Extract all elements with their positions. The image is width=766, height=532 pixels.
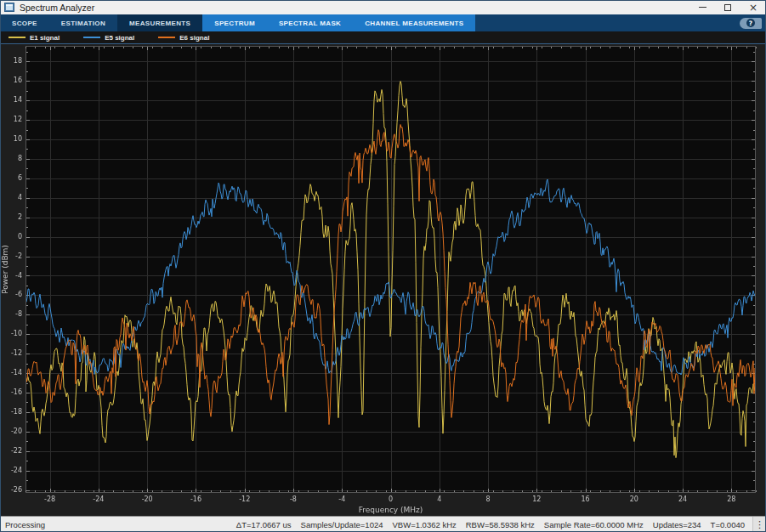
status-vbw: VBW=1.0362 kHz xyxy=(393,520,457,529)
maximize-button[interactable] xyxy=(715,0,740,14)
tab-scope[interactable]: SCOPE xyxy=(0,14,49,31)
legend-item-e1[interactable]: E1 signal xyxy=(9,34,60,42)
legend-item-e6[interactable]: E6 signal xyxy=(158,34,209,42)
close-icon: × xyxy=(749,3,757,13)
window-title: Spectrum Analyzer xyxy=(20,3,94,13)
toolstrip-tab-bar: SCOPE ESTIMATION MEASUREMENTS SPECTRUM S… xyxy=(0,14,766,31)
tab-estimation[interactable]: ESTIMATION xyxy=(49,14,117,31)
minimize-icon xyxy=(699,7,706,8)
tab-channel-measurements[interactable]: CHANNEL MEASUREMENTS xyxy=(353,14,475,31)
status-samples-per-update: Samples/Update=1024 xyxy=(301,520,383,529)
legend-label-e6: E6 signal xyxy=(179,34,209,42)
legend-label-e1: E1 signal xyxy=(30,34,60,42)
status-metrics: ΔT=17.0667 us Samples/Update=1024 VBW=1.… xyxy=(227,517,766,532)
tab-measurements[interactable]: MEASUREMENTS xyxy=(117,14,202,31)
minimize-button[interactable] xyxy=(689,0,715,14)
window-controls: × xyxy=(689,0,766,14)
close-button[interactable]: × xyxy=(740,0,766,14)
maximize-icon xyxy=(724,4,731,11)
spectrum-analyzer-window: Spectrum Analyzer × SCOPE ESTIMATION MEA… xyxy=(0,0,766,532)
help-button[interactable]: ? xyxy=(740,18,762,29)
status-message: Processing xyxy=(5,520,45,529)
legend-swatch-e6 xyxy=(158,37,175,38)
legend-swatch-e1 xyxy=(9,37,26,38)
legend-bar: E1 signal E5 signal E6 signal xyxy=(0,31,766,43)
spectrum-plot[interactable] xyxy=(0,44,766,516)
status-bar: Processing ΔT=17.0667 us Samples/Update=… xyxy=(0,516,766,532)
app-icon xyxy=(4,3,14,12)
status-delta-t: ΔT=17.0667 us xyxy=(236,520,292,529)
legend-label-e5: E5 signal xyxy=(105,34,134,42)
plot-region xyxy=(0,43,766,516)
tab-spectrum[interactable]: SPECTRUM xyxy=(202,14,267,31)
status-rbw: RBW=58.5938 kHz xyxy=(466,520,535,529)
tab-spectral-mask[interactable]: SPECTRAL MASK xyxy=(267,14,353,31)
legend-swatch-e5 xyxy=(83,37,100,38)
status-updates: Updates=234 xyxy=(653,520,701,529)
help-icon: ? xyxy=(746,19,755,27)
title-bar: Spectrum Analyzer × xyxy=(0,0,766,14)
status-menu-button[interactable]: ⋮ xyxy=(752,517,766,532)
status-time: T=0.0040 xyxy=(711,520,745,529)
legend-item-e5[interactable]: E5 signal xyxy=(83,34,134,42)
contextual-tab-group: SPECTRUM SPECTRAL MASK CHANNEL MEASUREME… xyxy=(202,14,475,31)
status-sample-rate: Sample Rate=60.0000 MHz xyxy=(544,520,644,529)
